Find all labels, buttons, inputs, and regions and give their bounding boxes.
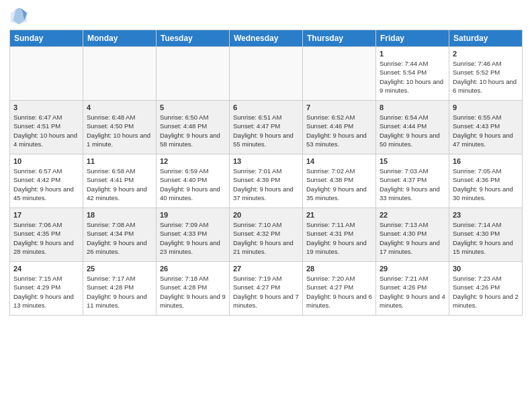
calendar-cell: 6Sunrise: 6:51 AM Sunset: 4:47 PM Daylig… <box>230 101 303 154</box>
day-info: Sunrise: 7:10 AM Sunset: 4:32 PM Dayligh… <box>233 220 299 256</box>
day-info: Sunrise: 7:44 AM Sunset: 5:54 PM Dayligh… <box>380 59 445 95</box>
day-number: 6 <box>233 103 299 111</box>
day-number: 28 <box>306 265 372 273</box>
day-number: 22 <box>380 211 445 219</box>
day-number: 11 <box>87 157 152 165</box>
day-number: 8 <box>380 103 445 111</box>
calendar-cell: 18Sunrise: 7:08 AM Sunset: 4:34 PM Dayli… <box>83 208 157 262</box>
calendar-cell: 14Sunrise: 7:02 AM Sunset: 4:38 PM Dayli… <box>303 154 376 208</box>
calendar-cell: 1Sunrise: 7:44 AM Sunset: 5:54 PM Daylig… <box>376 47 449 101</box>
day-info: Sunrise: 7:08 AM Sunset: 4:34 PM Dayligh… <box>87 220 152 256</box>
day-info: Sunrise: 7:14 AM Sunset: 4:30 PM Dayligh… <box>453 220 519 256</box>
day-number: 15 <box>380 157 445 165</box>
calendar-cell: 27Sunrise: 7:19 AM Sunset: 4:27 PM Dayli… <box>230 262 303 316</box>
calendar-cell: 9Sunrise: 6:55 AM Sunset: 4:43 PM Daylig… <box>449 101 523 154</box>
day-number: 4 <box>87 103 152 111</box>
calendar-header-friday: Friday <box>376 30 449 47</box>
calendar-cell: 24Sunrise: 7:15 AM Sunset: 4:29 PM Dayli… <box>10 262 83 316</box>
page: SundayMondayTuesdayWednesdayThursdayFrid… <box>0 0 532 411</box>
day-number: 27 <box>233 265 299 273</box>
day-info: Sunrise: 6:59 AM Sunset: 4:40 PM Dayligh… <box>160 167 226 202</box>
day-number: 9 <box>453 103 519 111</box>
day-info: Sunrise: 7:05 AM Sunset: 4:36 PM Dayligh… <box>453 167 519 202</box>
calendar-cell: 2Sunrise: 7:46 AM Sunset: 5:52 PM Daylig… <box>449 47 523 101</box>
calendar-cell: 21Sunrise: 7:11 AM Sunset: 4:31 PM Dayli… <box>303 208 376 262</box>
calendar-cell <box>10 47 83 101</box>
day-number: 14 <box>306 157 372 165</box>
day-number: 12 <box>160 157 226 165</box>
calendar-cell: 17Sunrise: 7:06 AM Sunset: 4:35 PM Dayli… <box>10 208 83 262</box>
calendar-cell: 28Sunrise: 7:20 AM Sunset: 4:27 PM Dayli… <box>303 262 376 316</box>
day-info: Sunrise: 7:21 AM Sunset: 4:26 PM Dayligh… <box>380 274 445 310</box>
day-info: Sunrise: 7:11 AM Sunset: 4:31 PM Dayligh… <box>306 220 372 256</box>
header <box>9 7 523 26</box>
day-number: 17 <box>13 211 79 219</box>
calendar-header-wednesday: Wednesday <box>230 30 303 47</box>
calendar-week-2: 3Sunrise: 6:47 AM Sunset: 4:51 PM Daylig… <box>10 101 523 154</box>
day-number: 13 <box>233 157 299 165</box>
day-info: Sunrise: 7:06 AM Sunset: 4:35 PM Dayligh… <box>13 220 79 256</box>
day-number: 21 <box>306 211 372 219</box>
calendar-week-5: 24Sunrise: 7:15 AM Sunset: 4:29 PM Dayli… <box>10 262 523 316</box>
day-info: Sunrise: 7:18 AM Sunset: 4:28 PM Dayligh… <box>160 274 226 310</box>
calendar-cell: 12Sunrise: 6:59 AM Sunset: 4:40 PM Dayli… <box>157 154 230 208</box>
day-number: 1 <box>380 50 445 58</box>
day-info: Sunrise: 6:50 AM Sunset: 4:48 PM Dayligh… <box>160 113 226 148</box>
calendar: SundayMondayTuesdayWednesdayThursdayFrid… <box>9 30 523 316</box>
calendar-cell: 30Sunrise: 7:23 AM Sunset: 4:26 PM Dayli… <box>449 262 523 316</box>
day-number: 20 <box>233 211 299 219</box>
calendar-cell: 22Sunrise: 7:13 AM Sunset: 4:30 PM Dayli… <box>376 208 449 262</box>
day-number: 3 <box>13 103 79 111</box>
calendar-cell: 26Sunrise: 7:18 AM Sunset: 4:28 PM Dayli… <box>157 262 230 316</box>
day-info: Sunrise: 7:02 AM Sunset: 4:38 PM Dayligh… <box>306 167 372 202</box>
calendar-cell <box>303 47 376 101</box>
day-info: Sunrise: 7:20 AM Sunset: 4:27 PM Dayligh… <box>306 274 372 310</box>
day-number: 18 <box>87 211 152 219</box>
calendar-cell: 7Sunrise: 6:52 AM Sunset: 4:46 PM Daylig… <box>303 101 376 154</box>
calendar-cell: 29Sunrise: 7:21 AM Sunset: 4:26 PM Dayli… <box>376 262 449 316</box>
day-number: 30 <box>453 265 519 273</box>
calendar-cell: 16Sunrise: 7:05 AM Sunset: 4:36 PM Dayli… <box>449 154 523 208</box>
day-info: Sunrise: 7:01 AM Sunset: 4:39 PM Dayligh… <box>233 167 299 202</box>
day-info: Sunrise: 6:48 AM Sunset: 4:50 PM Dayligh… <box>87 113 152 148</box>
calendar-week-1: 1Sunrise: 7:44 AM Sunset: 5:54 PM Daylig… <box>10 47 523 101</box>
day-info: Sunrise: 7:19 AM Sunset: 4:27 PM Dayligh… <box>233 274 299 310</box>
day-info: Sunrise: 6:52 AM Sunset: 4:46 PM Dayligh… <box>306 113 372 148</box>
calendar-cell: 10Sunrise: 6:57 AM Sunset: 4:42 PM Dayli… <box>10 154 83 208</box>
day-info: Sunrise: 6:51 AM Sunset: 4:47 PM Dayligh… <box>233 113 299 148</box>
calendar-cell: 19Sunrise: 7:09 AM Sunset: 4:33 PM Dayli… <box>157 208 230 262</box>
calendar-header-saturday: Saturday <box>449 30 523 47</box>
day-info: Sunrise: 7:13 AM Sunset: 4:30 PM Dayligh… <box>380 220 445 256</box>
calendar-cell <box>230 47 303 101</box>
calendar-cell: 8Sunrise: 6:54 AM Sunset: 4:44 PM Daylig… <box>376 101 449 154</box>
day-info: Sunrise: 7:03 AM Sunset: 4:37 PM Dayligh… <box>380 167 445 202</box>
day-info: Sunrise: 6:54 AM Sunset: 4:44 PM Dayligh… <box>380 113 445 148</box>
day-number: 23 <box>453 211 519 219</box>
logo <box>9 7 31 26</box>
day-number: 26 <box>160 265 226 273</box>
calendar-cell: 15Sunrise: 7:03 AM Sunset: 4:37 PM Dayli… <box>376 154 449 208</box>
day-info: Sunrise: 7:17 AM Sunset: 4:28 PM Dayligh… <box>87 274 152 310</box>
calendar-cell: 20Sunrise: 7:10 AM Sunset: 4:32 PM Dayli… <box>230 208 303 262</box>
calendar-header-sunday: Sunday <box>10 30 83 47</box>
calendar-cell: 4Sunrise: 6:48 AM Sunset: 4:50 PM Daylig… <box>83 101 157 154</box>
day-info: Sunrise: 7:46 AM Sunset: 5:52 PM Dayligh… <box>453 59 519 95</box>
calendar-header-row: SundayMondayTuesdayWednesdayThursdayFrid… <box>10 30 523 47</box>
day-info: Sunrise: 6:47 AM Sunset: 4:51 PM Dayligh… <box>13 113 79 148</box>
day-number: 24 <box>13 265 79 273</box>
calendar-cell <box>157 47 230 101</box>
day-info: Sunrise: 6:58 AM Sunset: 4:41 PM Dayligh… <box>87 167 152 202</box>
calendar-week-4: 17Sunrise: 7:06 AM Sunset: 4:35 PM Dayli… <box>10 208 523 262</box>
day-number: 25 <box>87 265 152 273</box>
day-info: Sunrise: 7:23 AM Sunset: 4:26 PM Dayligh… <box>453 274 519 310</box>
day-info: Sunrise: 6:57 AM Sunset: 4:42 PM Dayligh… <box>13 167 79 202</box>
day-number: 29 <box>380 265 445 273</box>
calendar-week-3: 10Sunrise: 6:57 AM Sunset: 4:42 PM Dayli… <box>10 154 523 208</box>
day-number: 16 <box>453 157 519 165</box>
calendar-cell: 5Sunrise: 6:50 AM Sunset: 4:48 PM Daylig… <box>157 101 230 154</box>
day-number: 5 <box>160 103 226 111</box>
day-info: Sunrise: 7:09 AM Sunset: 4:33 PM Dayligh… <box>160 220 226 256</box>
calendar-cell: 13Sunrise: 7:01 AM Sunset: 4:39 PM Dayli… <box>230 154 303 208</box>
day-number: 2 <box>453 50 519 58</box>
calendar-cell: 23Sunrise: 7:14 AM Sunset: 4:30 PM Dayli… <box>449 208 523 262</box>
